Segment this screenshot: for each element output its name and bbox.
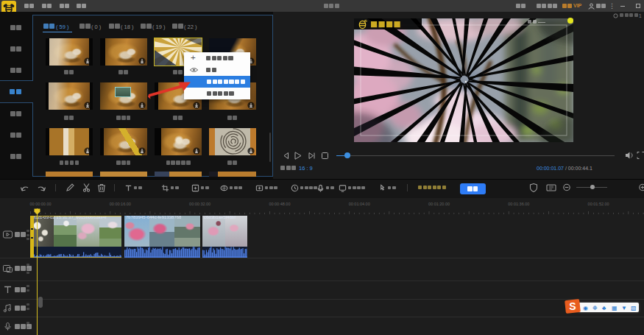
svg-text:S: S [569, 300, 576, 312]
